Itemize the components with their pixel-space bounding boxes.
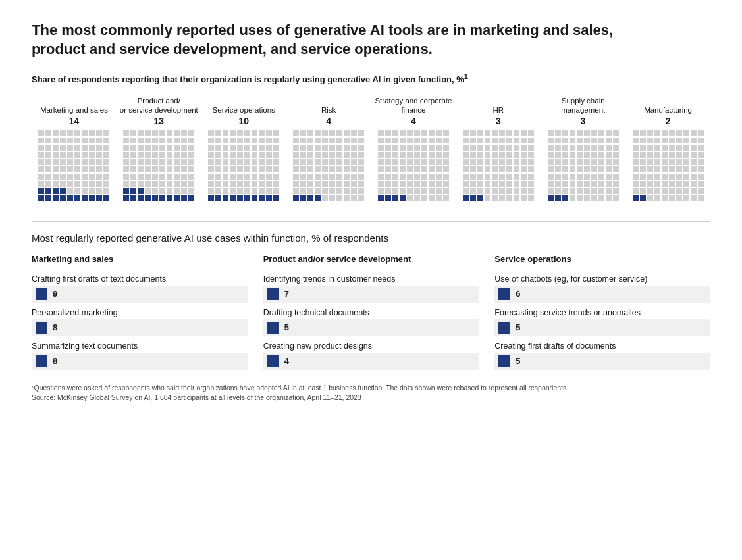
- waffle-cell: [230, 152, 236, 158]
- waffle-cell: [521, 195, 527, 201]
- waffle-cell: [577, 152, 583, 158]
- waffle-cell: [676, 138, 682, 143]
- waffle-cell: [570, 130, 575, 136]
- use-case-label: Identifying trends in customer needs: [263, 274, 479, 284]
- waffle-cell: [429, 174, 435, 180]
- waffle-cell: [528, 188, 534, 194]
- waffle-cell: [145, 195, 151, 201]
- waffle-cell: [293, 152, 299, 158]
- waffle-cell: [669, 159, 675, 165]
- waffle-cell: [67, 130, 73, 136]
- waffle-cell: [443, 195, 449, 201]
- waffle-cell: [407, 145, 413, 151]
- waffle-cell: [407, 152, 413, 158]
- waffle-cell: [358, 152, 364, 158]
- use-case-bar-row: 5: [494, 319, 710, 336]
- use-case-bar-block: [498, 355, 510, 367]
- waffle-cell: [181, 159, 187, 165]
- waffle-cell: [421, 195, 427, 201]
- waffle-cell: [215, 166, 221, 172]
- waffle-cell: [698, 181, 704, 187]
- waffle-cell: [252, 195, 257, 201]
- bar-chart-column: Service operations10: [201, 105, 286, 202]
- waffle-cell: [385, 152, 391, 158]
- waffle-cell: [230, 195, 236, 201]
- waffle-cell: [273, 152, 279, 158]
- waffle-cell: [584, 138, 590, 143]
- use-case-bar-block: [36, 355, 47, 367]
- waffle-cell: [45, 152, 51, 158]
- section-divider: [32, 221, 710, 222]
- waffle-cell: [676, 195, 682, 201]
- use-case-item: Drafting technical documents5: [263, 308, 479, 336]
- waffle-cell: [584, 188, 590, 194]
- waffle-cell: [358, 145, 364, 151]
- waffle-cell: [400, 130, 406, 136]
- waffle-cell: [400, 188, 406, 194]
- waffle-cell: [181, 166, 187, 172]
- waffle-cell: [577, 138, 583, 143]
- waffle-cell: [470, 145, 476, 151]
- waffle-cell: [351, 138, 357, 143]
- use-case-item: Forecasting service trends or anomalies5: [494, 308, 710, 336]
- waffle-cell: [244, 181, 250, 187]
- waffle-cell: [647, 188, 653, 194]
- waffle-cell: [436, 188, 442, 194]
- waffle-cell: [223, 145, 228, 151]
- use-case-bar-row: 9: [32, 286, 248, 303]
- waffle-cell: [562, 181, 568, 187]
- waffle-cell: [181, 174, 187, 180]
- use-case-bar-row: 5: [263, 319, 479, 336]
- waffle-cell: [358, 188, 364, 194]
- waffle-cell: [266, 145, 272, 151]
- waffle-cell: [123, 159, 129, 165]
- waffle-cell: [329, 152, 335, 158]
- waffle-cell: [188, 181, 194, 187]
- waffle-cell: [307, 174, 313, 180]
- waffle-cell: [329, 174, 335, 180]
- waffle-cell: [443, 166, 449, 172]
- waffle-cell: [429, 159, 435, 165]
- waffle-cell: [470, 138, 476, 143]
- waffle-cell: [138, 195, 144, 201]
- waffle-cell: [385, 174, 391, 180]
- waffle-cell: [463, 195, 469, 201]
- waffle-cell: [266, 188, 272, 194]
- waffle-cell: [485, 166, 490, 172]
- waffle-cell: [152, 188, 158, 194]
- waffle-cell: [259, 181, 265, 187]
- waffle-cell: [67, 174, 73, 180]
- page-title: The most commonly reported uses of gener…: [32, 21, 624, 59]
- waffle-cell: [562, 152, 568, 158]
- waffle-cell: [300, 159, 306, 165]
- waffle-cell: [562, 174, 568, 180]
- waffle-cell: [436, 145, 442, 151]
- waffle-cell: [407, 138, 413, 143]
- waffle-cell: [230, 166, 236, 172]
- waffle-cell: [45, 181, 51, 187]
- waffle-cell: [562, 188, 568, 194]
- waffle-cell: [499, 159, 505, 165]
- waffle-cell: [266, 195, 272, 201]
- waffle-cell: [45, 138, 51, 143]
- waffle-cell: [293, 130, 299, 136]
- waffle-cell: [138, 166, 144, 172]
- waffle-cell: [555, 130, 561, 136]
- waffle-cell: [499, 152, 505, 158]
- waffle-cell: [244, 195, 250, 201]
- waffle-cell: [252, 138, 257, 143]
- waffle-cell: [429, 152, 435, 158]
- use-case-bar-row: 7: [263, 286, 479, 303]
- waffle-cell: [606, 174, 612, 180]
- use-case-label: Personalized marketing: [32, 308, 248, 317]
- waffle-cell: [613, 152, 619, 158]
- waffle-cell: [436, 159, 442, 165]
- waffle-cell: [358, 130, 364, 136]
- waffle-cell: [613, 195, 619, 201]
- waffle-cell: [208, 159, 214, 165]
- waffle-cell: [414, 166, 420, 172]
- waffle-cell: [159, 145, 165, 151]
- waffle-cell: [266, 159, 272, 165]
- waffle-cell: [591, 174, 597, 180]
- waffle-cell: [691, 166, 697, 172]
